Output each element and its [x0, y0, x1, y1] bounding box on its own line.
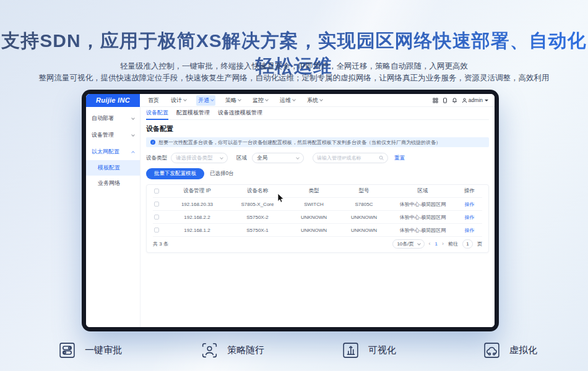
- region-select[interactable]: 全局: [252, 153, 304, 163]
- person-scan-icon: [200, 341, 219, 360]
- nav-item-system[interactable]: 系统: [305, 95, 324, 106]
- chevron-down-icon: [292, 98, 296, 101]
- bar-chart-icon: [341, 341, 360, 360]
- nav-item-home[interactable]: 首页: [146, 95, 161, 106]
- nav-item-provision[interactable]: 开通: [196, 95, 215, 106]
- mobile-icon[interactable]: [443, 98, 447, 103]
- main-nav: 首页 设计 开通 策略 监控 运维 系统: [146, 95, 324, 106]
- chevron-up-icon: [131, 151, 135, 155]
- selected-count: 已选择0台: [210, 170, 234, 177]
- search-box: [313, 153, 388, 163]
- feature-virtualization: 虚拟化: [482, 341, 537, 360]
- username: admin: [469, 97, 483, 103]
- app-screen: Ruijie INC 首页 设计 开通 策略 监控 运维 系统 admin: [86, 94, 495, 327]
- col-model: 型号: [339, 187, 389, 195]
- total-count: 共 3 条: [153, 241, 168, 247]
- select-all-checkbox[interactable]: [154, 189, 159, 194]
- feature-one-click-approval: 一键审批: [58, 341, 122, 360]
- device-table: 设备管理 IP 设备名称 类型 型号 区域 操作 192.168.20.33 S…: [146, 184, 489, 253]
- goto-label: 前往: [448, 241, 458, 247]
- search-icon: [379, 155, 384, 161]
- row-action-link[interactable]: 操作: [457, 214, 482, 221]
- page-size-select[interactable]: 10条/页: [392, 239, 424, 249]
- col-action: 操作: [457, 187, 482, 195]
- approval-toggles-icon: [58, 341, 77, 360]
- goto-unit: 页: [477, 241, 482, 247]
- row-action-link[interactable]: 操作: [457, 201, 482, 208]
- laptop-frame: Ruijie INC 首页 设计 开通 策略 监控 运维 系统 admin: [82, 90, 499, 331]
- nav-item-ops[interactable]: 运维: [278, 95, 297, 106]
- region-label: 区域: [236, 155, 247, 162]
- chevron-down-icon: [485, 100, 488, 101]
- device-type-select[interactable]: 请选择设备类型: [171, 153, 228, 163]
- nav-item-design[interactable]: 设计: [169, 95, 188, 106]
- next-page-button[interactable]: ›: [442, 241, 444, 247]
- sidebar-item-service-network[interactable]: 业务网络: [86, 176, 140, 191]
- cloud-network-icon: [482, 341, 501, 360]
- chevron-down-icon: [265, 98, 269, 101]
- chevron-down-icon: [131, 133, 135, 137]
- mouse-cursor: [277, 193, 285, 203]
- bulk-deploy-button[interactable]: 批量下发配置模板: [146, 168, 204, 179]
- table-row: 192.168.20.33 S7805-X_Core SWITCH S7805C…: [153, 197, 482, 210]
- table-row: 192.168.1.2 S5750X-1 UNKNOWN UNKNOWN 体验中…: [153, 223, 482, 236]
- chevron-down-icon: [238, 98, 241, 101]
- sidebar: 自动部署 设备管理 以太网配置 模板配置 业务网络: [86, 107, 141, 327]
- info-icon: i: [150, 140, 155, 145]
- user-icon: [462, 98, 467, 103]
- sidebar-item-ethernet-config[interactable]: 以太网配置: [86, 143, 140, 160]
- feature-visualization: 可视化: [341, 341, 396, 360]
- feature-policy-follow: 策略随行: [200, 341, 264, 360]
- app-navbar: Ruijie INC 首页 设计 开通 策略 监控 运维 系统 admin: [86, 94, 495, 107]
- table-row: 192.168.2.2 S5750X-2 UNKNOWN UNKNOWN 体验中…: [153, 210, 482, 223]
- reset-link[interactable]: 重置: [394, 155, 405, 162]
- bulk-action-row: 批量下发配置模板 已选择0台: [146, 168, 489, 179]
- grid-apps-icon[interactable]: [433, 98, 438, 103]
- tab-device-config[interactable]: 设备配置: [146, 107, 168, 120]
- info-banner: i 想要一次性配置多台设备，你可以基于一台设备创建配置模板，然后将配置模板下发到…: [146, 137, 489, 147]
- nav-item-policy[interactable]: 策略: [223, 95, 243, 106]
- sidebar-item-device-mgmt[interactable]: 设备管理: [86, 127, 140, 143]
- row-checkbox[interactable]: [154, 215, 159, 220]
- sidebar-item-template-config[interactable]: 模板配置: [86, 160, 140, 176]
- col-ip: 设备管理 IP: [168, 187, 227, 195]
- row-checkbox[interactable]: [154, 202, 159, 207]
- col-type: 类型: [288, 187, 339, 195]
- search-input[interactable]: [317, 155, 379, 161]
- current-page[interactable]: 1: [435, 241, 438, 247]
- prev-page-button[interactable]: ‹: [429, 241, 431, 247]
- chevron-down-icon: [220, 156, 223, 160]
- row-checkbox[interactable]: [154, 228, 159, 232]
- main-content: 设备配置 配置模板管理 设备连接模板管理 设备配置 i 想要一次性配置多台设备，…: [141, 107, 495, 327]
- hero-subtitle-line1: 轻量级准入控制，一键审批，终端接入快速且安全；IP即用户，全网迁移，策略自动跟随…: [0, 61, 588, 72]
- chevron-down-icon: [183, 98, 187, 101]
- col-region: 区域: [389, 187, 457, 195]
- user-menu[interactable]: admin: [462, 97, 488, 103]
- nav-item-monitor[interactable]: 监控: [251, 95, 270, 106]
- tab-config-template-mgmt[interactable]: 配置模板管理: [176, 107, 210, 120]
- info-banner-text: 想要一次性配置多台设备，你可以基于一台设备创建配置模板，然后将配置模板下发到多台…: [158, 139, 441, 146]
- tab-bar: 设备配置 配置模板管理 设备连接模板管理: [146, 107, 489, 120]
- ruijie-logo: Ruijie INC: [86, 94, 140, 107]
- hero-subtitle-line2: 整网流量可视化，提供快速故障定位手段，快速恢复生产网络，自动化运维；定制专属的虚…: [0, 73, 588, 83]
- bell-icon[interactable]: [452, 98, 457, 103]
- device-type-label: 设备类型: [146, 155, 167, 162]
- table-footer: 共 3 条 10条/页 ‹ 1 › 前往 页: [153, 236, 482, 251]
- chevron-down-icon: [210, 98, 214, 101]
- chevron-down-icon: [417, 242, 421, 245]
- table-header: 设备管理 IP 设备名称 类型 型号 区域 操作: [153, 185, 482, 197]
- goto-page-input[interactable]: [462, 239, 473, 249]
- filter-row: 设备类型 请选择设备类型 区域 全局 重置: [146, 153, 489, 163]
- row-action-link[interactable]: 操作: [457, 227, 482, 234]
- navbar-actions: admin: [433, 97, 488, 103]
- tab-device-conn-template-mgmt[interactable]: 设备连接模板管理: [218, 107, 262, 120]
- section-title: 设备配置: [146, 124, 489, 134]
- chevron-down-icon: [296, 156, 300, 160]
- sidebar-item-auto-deploy[interactable]: 自动部署: [86, 110, 140, 127]
- chevron-down-icon: [131, 116, 135, 120]
- chevron-down-icon: [319, 98, 323, 101]
